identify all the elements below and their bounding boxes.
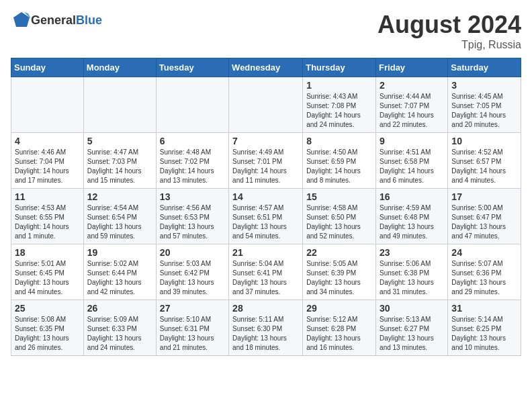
day-info: Sunrise: 5:08 AM Sunset: 6:35 PM Dayligh…	[15, 315, 80, 353]
header-thursday: Thursday	[303, 58, 376, 77]
logo-blue-text: Blue	[76, 13, 102, 27]
calendar-cell: 29Sunrise: 5:12 AM Sunset: 6:28 PM Dayli…	[303, 300, 376, 356]
calendar-cell: 10Sunrise: 4:52 AM Sunset: 6:57 PM Dayli…	[448, 133, 521, 189]
logo: GeneralBlue	[11, 11, 102, 30]
day-number: 12	[87, 191, 152, 202]
day-info: Sunrise: 4:48 AM Sunset: 7:02 PM Dayligh…	[160, 148, 225, 185]
day-number: 5	[87, 136, 152, 146]
day-number: 28	[232, 303, 299, 314]
day-info: Sunrise: 5:07 AM Sunset: 6:36 PM Dayligh…	[451, 259, 517, 297]
calendar-cell: 13Sunrise: 4:56 AM Sunset: 6:53 PM Dayli…	[156, 189, 228, 244]
day-info: Sunrise: 4:43 AM Sunset: 7:08 PM Dayligh…	[306, 92, 372, 130]
day-number: 18	[15, 247, 80, 258]
calendar-cell: 12Sunrise: 4:54 AM Sunset: 6:54 PM Dayli…	[83, 189, 156, 244]
day-info: Sunrise: 4:52 AM Sunset: 6:57 PM Dayligh…	[451, 148, 517, 185]
day-number: 15	[306, 191, 372, 202]
header-row: SundayMondayTuesdayWednesdayThursdayFrid…	[11, 58, 521, 77]
day-number: 27	[160, 303, 225, 314]
title-block: August 2024 Tpig, Russia	[378, 11, 521, 51]
calendar-cell: 20Sunrise: 5:03 AM Sunset: 6:42 PM Dayli…	[156, 244, 228, 300]
calendar-cell: 3Sunrise: 4:45 AM Sunset: 7:05 PM Daylig…	[448, 77, 521, 133]
calendar-header: SundayMondayTuesdayWednesdayThursdayFrid…	[11, 58, 521, 77]
header-sunday: Sunday	[11, 58, 84, 77]
day-info: Sunrise: 5:06 AM Sunset: 6:38 PM Dayligh…	[380, 259, 444, 297]
calendar-cell: 18Sunrise: 5:01 AM Sunset: 6:45 PM Dayli…	[11, 244, 84, 300]
day-number: 17	[451, 191, 517, 202]
day-number: 20	[160, 247, 225, 258]
day-info: Sunrise: 5:11 AM Sunset: 6:30 PM Dayligh…	[232, 315, 299, 353]
day-number: 29	[306, 303, 372, 314]
day-number: 25	[15, 303, 80, 314]
day-number: 31	[451, 303, 517, 314]
calendar-cell: 22Sunrise: 5:05 AM Sunset: 6:39 PM Dayli…	[303, 244, 376, 300]
day-info: Sunrise: 4:50 AM Sunset: 6:59 PM Dayligh…	[306, 148, 372, 185]
header-wednesday: Wednesday	[229, 58, 303, 77]
calendar-cell: 1Sunrise: 4:43 AM Sunset: 7:08 PM Daylig…	[303, 77, 376, 133]
calendar-cell: 5Sunrise: 4:47 AM Sunset: 7:03 PM Daylig…	[83, 133, 156, 189]
day-number: 4	[15, 136, 80, 146]
day-number: 9	[380, 136, 444, 146]
day-number: 14	[232, 191, 299, 202]
calendar-cell: 26Sunrise: 5:09 AM Sunset: 6:33 PM Dayli…	[83, 300, 156, 356]
day-info: Sunrise: 4:47 AM Sunset: 7:03 PM Dayligh…	[87, 148, 152, 185]
calendar-cell: 27Sunrise: 5:10 AM Sunset: 6:31 PM Dayli…	[156, 300, 228, 356]
day-info: Sunrise: 5:05 AM Sunset: 6:39 PM Dayligh…	[306, 259, 372, 297]
day-info: Sunrise: 4:44 AM Sunset: 7:07 PM Dayligh…	[380, 92, 444, 130]
day-info: Sunrise: 5:12 AM Sunset: 6:28 PM Dayligh…	[306, 315, 372, 353]
day-info: Sunrise: 5:03 AM Sunset: 6:42 PM Dayligh…	[160, 259, 225, 297]
calendar-cell: 28Sunrise: 5:11 AM Sunset: 6:30 PM Dayli…	[229, 300, 303, 356]
day-number: 30	[380, 303, 444, 314]
day-number: 10	[451, 136, 517, 146]
calendar-cell: 9Sunrise: 4:51 AM Sunset: 6:58 PM Daylig…	[376, 133, 448, 189]
calendar-week-row: 4Sunrise: 4:46 AM Sunset: 7:04 PM Daylig…	[11, 133, 521, 189]
calendar-cell	[11, 77, 84, 133]
calendar-week-row: 25Sunrise: 5:08 AM Sunset: 6:35 PM Dayli…	[11, 300, 521, 356]
header-monday: Monday	[83, 58, 156, 77]
calendar-cell: 6Sunrise: 4:48 AM Sunset: 7:02 PM Daylig…	[156, 133, 228, 189]
calendar-table: SundayMondayTuesdayWednesdayThursdayFrid…	[11, 58, 521, 356]
day-number: 1	[306, 80, 372, 91]
calendar-cell: 19Sunrise: 5:02 AM Sunset: 6:44 PM Dayli…	[83, 244, 156, 300]
calendar-cell: 8Sunrise: 4:50 AM Sunset: 6:59 PM Daylig…	[303, 133, 376, 189]
day-info: Sunrise: 4:54 AM Sunset: 6:54 PM Dayligh…	[87, 203, 152, 241]
calendar-cell: 17Sunrise: 5:00 AM Sunset: 6:47 PM Dayli…	[448, 189, 521, 244]
day-number: 8	[306, 136, 372, 146]
calendar-location: Tpig, Russia	[378, 39, 521, 51]
day-info: Sunrise: 5:02 AM Sunset: 6:44 PM Dayligh…	[87, 259, 152, 297]
calendar-cell: 14Sunrise: 4:57 AM Sunset: 6:51 PM Dayli…	[229, 189, 303, 244]
calendar-cell	[229, 77, 303, 133]
day-number: 11	[15, 191, 80, 202]
day-info: Sunrise: 4:57 AM Sunset: 6:51 PM Dayligh…	[232, 203, 299, 241]
day-info: Sunrise: 4:51 AM Sunset: 6:58 PM Dayligh…	[380, 148, 444, 185]
calendar-cell: 21Sunrise: 5:04 AM Sunset: 6:41 PM Dayli…	[229, 244, 303, 300]
calendar-cell: 31Sunrise: 5:14 AM Sunset: 6:25 PM Dayli…	[448, 300, 521, 356]
logo-icon	[12, 11, 31, 30]
day-number: 19	[87, 247, 152, 258]
calendar-cell: 11Sunrise: 4:53 AM Sunset: 6:55 PM Dayli…	[11, 189, 84, 244]
calendar-cell: 23Sunrise: 5:06 AM Sunset: 6:38 PM Dayli…	[376, 244, 448, 300]
calendar-week-row: 1Sunrise: 4:43 AM Sunset: 7:08 PM Daylig…	[11, 77, 521, 133]
day-number: 13	[160, 191, 225, 202]
day-number: 21	[232, 247, 299, 258]
calendar-cell: 15Sunrise: 4:58 AM Sunset: 6:50 PM Dayli…	[303, 189, 376, 244]
logo-general-text: General	[31, 13, 76, 27]
calendar-week-row: 18Sunrise: 5:01 AM Sunset: 6:45 PM Dayli…	[11, 244, 521, 300]
day-number: 6	[160, 136, 225, 146]
day-info: Sunrise: 5:14 AM Sunset: 6:25 PM Dayligh…	[451, 315, 517, 353]
day-number: 22	[306, 247, 372, 258]
day-number: 3	[451, 80, 517, 91]
header-friday: Friday	[376, 58, 448, 77]
day-number: 2	[380, 80, 444, 91]
day-number: 23	[380, 247, 444, 258]
day-info: Sunrise: 4:45 AM Sunset: 7:05 PM Dayligh…	[451, 92, 517, 130]
calendar-cell	[156, 77, 228, 133]
day-info: Sunrise: 5:04 AM Sunset: 6:41 PM Dayligh…	[232, 259, 299, 297]
day-info: Sunrise: 5:00 AM Sunset: 6:47 PM Dayligh…	[451, 203, 517, 241]
day-info: Sunrise: 5:01 AM Sunset: 6:45 PM Dayligh…	[15, 259, 80, 297]
day-info: Sunrise: 5:13 AM Sunset: 6:27 PM Dayligh…	[380, 315, 444, 353]
day-info: Sunrise: 5:10 AM Sunset: 6:31 PM Dayligh…	[160, 315, 225, 353]
calendar-cell: 30Sunrise: 5:13 AM Sunset: 6:27 PM Dayli…	[376, 300, 448, 356]
calendar-cell	[83, 77, 156, 133]
day-info: Sunrise: 4:53 AM Sunset: 6:55 PM Dayligh…	[15, 203, 80, 241]
day-number: 26	[87, 303, 152, 314]
